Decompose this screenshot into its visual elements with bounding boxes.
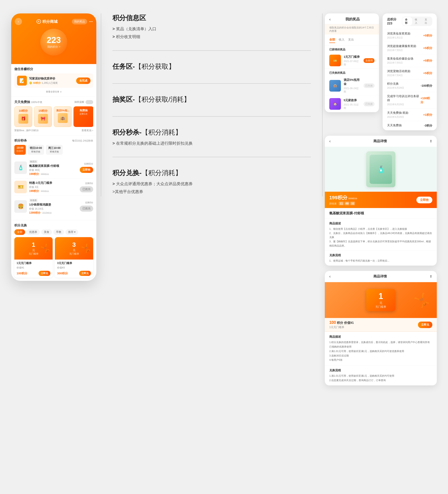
prize-item-3: 🏠 5元家政券 2021-05-31过期 已失效 bbox=[325, 96, 379, 112]
annotation-score-item-2: 积分收支明细 bbox=[112, 34, 311, 40]
flash-times-container: 10:00 秒杀中 明日10:00 即将开抢 周三10:00 即将开抢 bbox=[14, 145, 93, 155]
task-section: 做任务赚积分 📝 写家居好物优质评价 🪙 60积分 1,295人已领奖 去完成 bbox=[11, 64, 96, 97]
score-number: 223 bbox=[47, 35, 61, 45]
annotation-flash: 积分秒杀-【积分消耗】 在常规积分兑换的基础上进行限时折扣兑换 bbox=[112, 117, 311, 157]
product1-image: 🧴 bbox=[366, 151, 395, 187]
lottery-card-img-2: 🎀 bbox=[38, 114, 48, 124]
product1-share-icon[interactable]: ⬆ bbox=[429, 139, 432, 143]
prize-info-3: 5元家政券 2021-05-31过期 bbox=[344, 98, 361, 110]
task-card[interactable]: 📝 写家居好物优质评价 🪙 60积分 1,295人已领奖 去完成 bbox=[14, 74, 93, 88]
product-detail-2: ‹ 商品详情 ⬆ 1 元 无门槛券 🤸 100 积分 价值¥1 1元无门槛券 立… bbox=[325, 271, 437, 385]
flash-sale-subtitle: 每日10点-24点秒杀 bbox=[72, 139, 93, 142]
task-info: 写家居好物优质评价 🪙 60积分 1,295人已领奖 bbox=[29, 77, 74, 85]
prize-img-2: 🏨 bbox=[329, 80, 341, 92]
more-menu-button[interactable]: ··· bbox=[89, 19, 93, 24]
annotation-flash-item-1: 在常规积分兑换的基础上进行限时折扣兑换 bbox=[112, 140, 311, 147]
annotation-exchange-item-1: 大众点评通用优惠券；大众点评品类优惠券 bbox=[112, 181, 311, 187]
lottery-user-info: 荣薪Bine...抽中15积分 查看奖池 > bbox=[14, 129, 93, 132]
view-prize-link[interactable]: 查看奖池 > bbox=[82, 129, 93, 132]
prizes-notice: 领取奖品的积分会在领取后的14个工作日内查看 bbox=[325, 24, 379, 35]
coupon-figure-2: 🤸 bbox=[81, 244, 91, 253]
product1-exchange-button[interactable]: 立即抢 bbox=[416, 197, 432, 203]
prizes-back-button[interactable]: ‹ bbox=[329, 17, 331, 22]
product2-flow-section: 兑换流程 1.满1.01元可用，使用途径至满1元，选购相关买的均可使用 2.信息… bbox=[325, 365, 437, 385]
flash-buy-btn-1[interactable]: 立即抢 bbox=[80, 167, 93, 173]
product2-desc-section: 商品描述 1.积分兑换的优惠券需登录，兑换成功后，显示到此处，选择，请登录到用户… bbox=[325, 332, 437, 365]
score-row-6: 完成学习培训点评任务获得 2021年6月29日 +100积分 bbox=[383, 92, 437, 109]
annotation-section: 积分信息区 奖品（兑换清单）入口 积分收支明细 任务区-【积分获取】 抽奖区-【… bbox=[101, 13, 323, 196]
prizes-tab-expense[interactable]: 支出 bbox=[348, 37, 354, 43]
task-go-button[interactable]: 去完成 bbox=[76, 77, 90, 84]
lottery-remind-label: 抽奖提醒 bbox=[74, 100, 84, 104]
annotation-score-item-1: 奖品（兑换清单）入口 bbox=[112, 26, 311, 32]
product2-share-icon[interactable]: ⬆ bbox=[429, 274, 432, 279]
coupon-figure-icon: 🤸 bbox=[413, 292, 430, 308]
exchange-tab-all[interactable]: 全部 bbox=[14, 229, 25, 235]
score-row-2: 浏览超值健康服务奖励 2021年7月5日 +5积分 bbox=[383, 42, 437, 54]
score-label: 我的积分 > bbox=[47, 45, 60, 49]
annotation-task-title: 任务区-【积分获取】 bbox=[112, 62, 311, 71]
exchange-tabs: 全部 优惠券 美食 早教 推荐 ▾ bbox=[14, 229, 93, 235]
exchange-tab-coupon[interactable]: 优惠券 bbox=[26, 229, 40, 235]
score-detail-panel: 总积分 223 全部 收入 支出 浏览美妆发奖奖励 2021年1月1日 +5积分 bbox=[383, 13, 437, 130]
flash-time-3[interactable]: 周三10:00 即将开抢 bbox=[46, 145, 63, 155]
prize-img-1: 🎫 bbox=[329, 55, 341, 66]
prize-status-1[interactable]: 去使用 bbox=[363, 58, 374, 63]
phone-app-title: ® 积分商城 bbox=[37, 19, 58, 24]
lottery-card-3[interactable]: 酒店5%抵... 🏨 bbox=[54, 106, 72, 127]
lottery-free-draw-card[interactable]: 免费抽 还剩1次 bbox=[74, 106, 93, 127]
prize-info-2: 酒店5%抵用金 2021-06-24过期 bbox=[344, 78, 361, 93]
task-reward: 🪙 60积分 1,295人已领奖 bbox=[29, 81, 74, 85]
lottery-section: 天天免费抽 100%中奖 抽奖提醒 10积分 🎁 15积分 bbox=[11, 97, 96, 136]
prizes-tab-all[interactable]: 全部 bbox=[329, 37, 335, 43]
flash-item-info-3: 肯德基 1分钱香辣鸡腿堡 价值 16.19元 1399积分 1619积分 bbox=[29, 198, 77, 215]
flash-buy-btn-2: 已抢光 bbox=[80, 186, 93, 192]
product2-back-button[interactable]: ‹ bbox=[329, 274, 331, 279]
score-tab-income[interactable]: 收入 bbox=[412, 17, 422, 25]
flash-time-2[interactable]: 明日10:00 即将开抢 bbox=[27, 145, 44, 155]
score-tab-all[interactable]: 全部 bbox=[402, 17, 412, 25]
annotation-exchange: 积分兑换-【积分消耗】 大众点评通用优惠券；大众点评品类优惠券 >其他平台优惠券 bbox=[112, 157, 311, 196]
product1-back-button[interactable]: ‹ bbox=[329, 139, 331, 144]
exchange-card-1: 1 元 无门槛券 🤸 1元无门槛券 价值¥1 100积分 立即兑 bbox=[14, 237, 53, 278]
task-icon: 📝 bbox=[17, 76, 27, 86]
view-all-tasks[interactable]: 查看全部任务 ∨ bbox=[14, 90, 93, 93]
prize-status-3: 已失效 bbox=[363, 102, 374, 106]
exchange-card-img-2: 3 元 无门槛券 🤸 bbox=[55, 237, 93, 259]
product1-countdown: 11 49 32 bbox=[339, 201, 355, 205]
score-tab-expense[interactable]: 支出 bbox=[422, 17, 432, 25]
product1-name: 氨基酸泥浆面膜-付邮领 bbox=[329, 211, 432, 215]
product-detail-1: ‹ 商品详情 ⬆ 🧴 199积分 300积分 距结束 bbox=[325, 136, 437, 266]
product1-header-title: 商品详情 bbox=[373, 139, 387, 143]
coupon-figure-1: 🤸 bbox=[40, 244, 50, 253]
product2-image-area: 1 元 无门槛券 🤸 bbox=[325, 282, 437, 318]
lottery-remind-toggle[interactable] bbox=[86, 100, 93, 104]
right-panels: ‹ 我的奖品 领取奖品的积分会在领取后的14个工作日内查看 全部 收入 支出 已… bbox=[325, 13, 437, 385]
annotation-flash-title: 积分秒杀-【积分消耗】 bbox=[112, 128, 311, 136]
exchange-btn-2[interactable]: 立即兑 bbox=[79, 271, 91, 276]
flash-item-info-1: 御泥坊 氨基酸泥浆面膜-付邮领 价值 39元 199积分 399积分 bbox=[29, 159, 77, 176]
exchange-tab-food[interactable]: 美食 bbox=[41, 229, 52, 235]
exchange-card-2: 3 元 无门槛券 🤸 3元无门槛券 价值¥3 300积分 立即兑 bbox=[55, 237, 93, 278]
lottery-card-2[interactable]: 15积分 🎀 bbox=[34, 106, 52, 127]
flash-time-1[interactable]: 10:00 秒杀中 bbox=[14, 145, 26, 155]
lottery-card-img-1: 🎁 bbox=[18, 114, 28, 124]
phone-back-button[interactable]: ‹ bbox=[15, 18, 22, 25]
annotation-exchange-title: 积分兑换-【积分消耗】 bbox=[112, 168, 311, 177]
my-prize-button[interactable]: 我的奖品 bbox=[72, 19, 87, 25]
lottery-card-img-3: 🏨 bbox=[58, 113, 68, 123]
annotation-exchange-item-2: >其他平台优惠券 bbox=[112, 188, 311, 195]
flash-sale-section: 积分秒杀 每日10点-24点秒杀 10:00 秒杀中 明日10:00 即将开抢 … bbox=[11, 136, 96, 220]
lottery-card-1[interactable]: 10积分 🎁 bbox=[14, 106, 32, 127]
exchange-btn-1[interactable]: 立即兑 bbox=[38, 271, 50, 276]
prizes-got-title: 已获得的奖品 bbox=[325, 46, 379, 52]
score-row-7: 天天免费抽-奖励 2021年6月29日 +1积分 bbox=[383, 109, 437, 121]
exchange-tab-recommend[interactable]: 推荐 ▾ bbox=[65, 229, 78, 235]
flash-item-img-2: 🎫 bbox=[14, 181, 27, 193]
score-ball[interactable]: 223 我的积分 > bbox=[40, 29, 67, 56]
task-name: 写家居好物优质评价 bbox=[29, 77, 74, 81]
prizes-tab-income[interactable]: 收入 bbox=[339, 37, 345, 43]
exchange-tab-edu[interactable]: 早教 bbox=[53, 229, 64, 235]
product2-exchange-button[interactable]: 立即兑 bbox=[418, 321, 432, 328]
product2-score-bar: 100 积分 价值¥1 1元无门槛券 立即兑 bbox=[325, 318, 437, 332]
